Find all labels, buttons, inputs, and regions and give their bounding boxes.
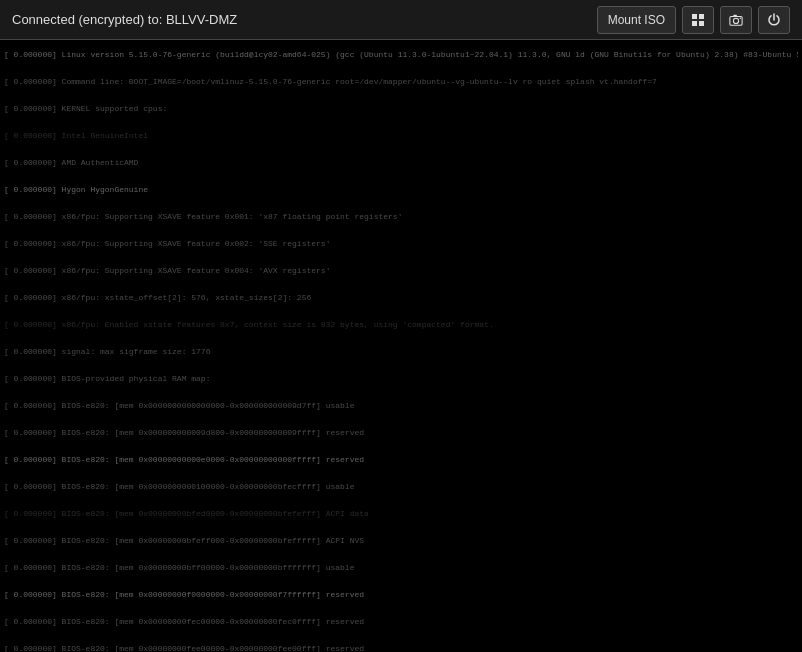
console-area: [ 0.000000] Linux version 5.15.0-76-gene… [0,40,802,652]
grid-icon [691,13,705,27]
console-line: [ 0.000000] AMD AuthenticAMD [4,156,798,169]
power-icon [767,13,781,27]
console-line: [ 0.000000] BIOS-e820: [mem 0x0000000000… [4,426,798,439]
svg-rect-6 [733,14,737,16]
console-line: [ 0.000000] Hygon HygonGenuine [4,183,798,196]
svg-rect-1 [699,14,704,19]
console-line: [ 0.000000] BIOS-e820: [mem 0x00000000bf… [4,534,798,547]
svg-point-7 [740,17,741,18]
console-line: [ 0.000000] BIOS-e820: [mem 0x00000000fe… [4,615,798,628]
svg-point-5 [733,18,738,23]
camera-icon [729,13,743,27]
svg-rect-0 [692,14,697,19]
console-line: [ 0.000000] BIOS-e820: [mem 0x00000000f0… [4,588,798,601]
console-line: [ 0.000000] x86/fpu: Enabled xstate feat… [4,318,798,331]
console-line: [ 0.000000] Command line: BOOT_IMAGE=/bo… [4,75,798,88]
console-line: [ 0.000000] Intel GenuineIntel [4,129,798,142]
console-line: [ 0.000000] x86/fpu: xstate_offset[2]: 5… [4,291,798,304]
grid-button[interactable] [682,6,714,34]
power-button[interactable] [758,6,790,34]
console-line: [ 0.000000] x86/fpu: Supporting XSAVE fe… [4,210,798,223]
console-line: [ 0.000000] BIOS-e820: [mem 0x00000000bf… [4,507,798,520]
console-line: [ 0.000000] signal: max sigframe size: 1… [4,345,798,358]
toolbar: Mount ISO [597,6,790,34]
connection-status: Connected (encrypted) to: BLLVV-DMZ [12,12,237,27]
console-line: [ 0.000000] x86/fpu: Supporting XSAVE fe… [4,264,798,277]
svg-rect-2 [692,21,697,26]
console-output: [ 0.000000] Linux version 5.15.0-76-gene… [0,40,802,652]
console-line: [ 0.000000] x86/fpu: Supporting XSAVE fe… [4,237,798,250]
console-line: [ 0.000000] BIOS-e820: [mem 0x0000000000… [4,399,798,412]
screenshot-button[interactable] [720,6,752,34]
console-line: [ 0.000000] BIOS-provided physical RAM m… [4,372,798,385]
console-line: [ 0.000000] Linux version 5.15.0-76-gene… [4,48,798,61]
console-line: [ 0.000000] BIOS-e820: [mem 0x0000000000… [4,480,798,493]
console-line: [ 0.000000] BIOS-e820: [mem 0x00000000bf… [4,561,798,574]
header-bar: Connected (encrypted) to: BLLVV-DMZ Moun… [0,0,802,40]
console-line: [ 0.000000] BIOS-e820: [mem 0x00000000fe… [4,642,798,652]
svg-rect-3 [699,21,704,26]
mount-iso-button[interactable]: Mount ISO [597,6,676,34]
console-line: [ 0.000000] KERNEL supported cpus: [4,102,798,115]
console-line: [ 0.000000] BIOS-e820: [mem 0x0000000000… [4,453,798,466]
